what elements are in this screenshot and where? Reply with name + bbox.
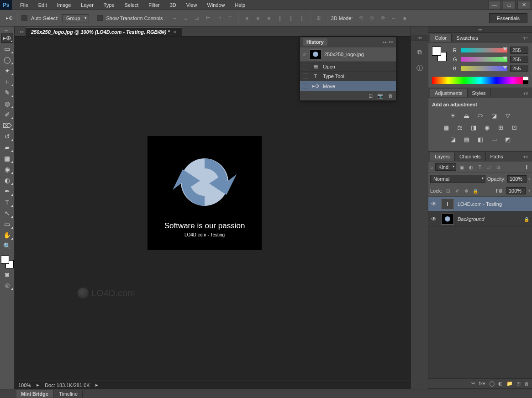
new-adjustment-icon[interactable]: ◐ [498,381,503,387]
color-balance-icon[interactable]: ⚖ [455,124,464,131]
path-selection-tool[interactable]: ↖ [1,208,13,218]
invert-icon[interactable]: ◪ [448,136,458,143]
filter-pixel-icon[interactable]: ▣ [458,163,465,171]
align-vcenter-icon[interactable]: ⫠ [182,14,191,22]
clone-stamp-tool[interactable]: ⌦ [1,120,13,131]
tab-styles[interactable]: Styles [468,89,491,97]
r-value-input[interactable] [510,47,528,54]
show-transform-checkbox[interactable] [97,15,103,21]
photo-filter-icon[interactable]: ◉ [483,124,492,131]
color-swatches[interactable] [432,47,447,61]
3d-slide-icon[interactable]: ↔ [389,14,398,22]
history-step[interactable]: ▤ Open [300,62,396,72]
gradient-tool[interactable]: ▦ [1,153,13,163]
hue-sat-icon[interactable]: ▦ [442,124,451,131]
align-hcenter-icon[interactable]: ⊣ [215,14,224,22]
dock-expand-handle[interactable]: ◂◂ [411,35,428,41]
panel-collapse-handle[interactable]: ▸▸ [428,26,532,33]
3d-zoom-icon[interactable]: ■ [400,14,409,22]
zoom-level[interactable]: 100% [18,382,31,388]
tab-mini-bridge[interactable]: Mini Bridge [16,390,53,398]
doc-info[interactable]: Doc: 183.1K/281.0K [45,382,90,388]
tab-paths[interactable]: Paths [486,152,508,161]
align-left-icon[interactable]: ⊢ [204,14,213,22]
hand-tool[interactable]: ✋ [1,230,13,240]
threshold-icon[interactable]: ◧ [476,136,485,143]
brightness-icon[interactable]: ☀ [448,112,458,119]
3d-pan-icon[interactable]: ✥ [378,14,387,22]
gradient-map-icon[interactable]: ▭ [490,136,499,143]
tab-adjustments[interactable]: Adjustments [430,89,468,97]
dist-top-icon[interactable]: ≡ [242,14,252,22]
color-spectrum[interactable] [432,77,528,84]
history-document-row[interactable]: ✐ 250x250_logo.jpg [300,47,396,62]
curves-icon[interactable]: ⬭ [476,112,485,119]
selective-color-icon[interactable]: ◩ [503,136,512,143]
tab-color[interactable]: Color [430,34,452,42]
lasso-tool[interactable]: ◯ [1,55,13,65]
pen-tool[interactable]: ✒ [1,186,13,196]
bw-icon[interactable]: ◨ [469,124,478,131]
dist-hcenter-icon[interactable]: ‖ [286,14,295,22]
tab-channels[interactable]: Channels [455,152,485,161]
foreground-background-colors[interactable] [1,256,14,268]
history-step[interactable]: ▸⊕ Move [300,81,396,91]
canvas[interactable]: Software is our passion LO4D.com - Testi… [147,136,262,250]
menu-image[interactable]: Image [53,1,76,9]
adjustments-panel-menu-icon[interactable]: ▾≡ [521,91,530,96]
filter-shape-icon[interactable]: ▱ [485,163,493,171]
close-tab-icon[interactable]: × [174,30,176,35]
lock-image-icon[interactable]: ✐ [454,188,460,194]
opacity-input[interactable]: 100% [507,175,527,183]
workspace-essentials-button[interactable]: Essentials [489,13,527,23]
g-value-input[interactable] [510,56,528,63]
blur-tool[interactable]: ◉ [1,164,13,174]
3d-orbit-icon[interactable]: ⟲ [356,14,365,22]
channel-mixer-icon[interactable]: ⊞ [496,124,506,131]
history-panel[interactable]: History ▸▸ ▾≡ ✐ 250x250_logo.jpg ▤ Open … [300,37,396,101]
eraser-tool[interactable]: ▰ [1,142,13,152]
layer-thumbnail[interactable] [441,214,454,225]
dist-vcenter-icon[interactable]: ≡ [253,14,263,22]
layers-panel-menu-icon[interactable]: ▾≡ [521,154,530,159]
new-group-icon[interactable]: 📁 [506,381,513,387]
layer-fx-icon[interactable]: fx▾ [479,381,485,387]
close-button[interactable]: ✕ [517,1,530,9]
new-layer-icon[interactable]: ⊡ [516,381,521,387]
auto-align-icon[interactable]: ⊞ [314,14,323,22]
history-step[interactable]: T Type Tool [300,72,396,81]
delete-layer-icon[interactable]: 🗑 [524,381,529,387]
tools-collapse-handle[interactable]: ▸▸ [5,28,8,32]
lock-all-icon[interactable]: 🔒 [472,188,479,194]
b-slider[interactable] [461,66,507,71]
doc-tab-handle[interactable]: ▸▸ [20,30,24,33]
type-tool[interactable]: T [1,197,13,207]
menu-file[interactable]: File [16,1,33,9]
levels-icon[interactable]: ⛰ [462,112,471,119]
visibility-icon[interactable]: 👁 [431,216,437,222]
menu-type[interactable]: Type [99,1,119,9]
menu-select[interactable]: Select [120,1,143,9]
menu-edit[interactable]: Edit [34,1,52,9]
auto-select-checkbox[interactable] [21,15,27,21]
color-lookup-icon[interactable]: ⊡ [510,124,519,131]
dock-icon-histogram[interactable]: ⧉ [414,47,425,58]
layer-thumbnail[interactable]: T [441,199,454,209]
foreground-color-swatch[interactable] [1,256,9,264]
color-panel-menu-icon[interactable]: ▾≡ [521,36,530,41]
filter-kind-dropdown[interactable]: Kind [435,163,456,171]
dist-right-icon[interactable]: ‖ [297,14,306,22]
r-slider[interactable] [461,48,507,52]
history-collapse-icon[interactable]: ▸▸ ▾≡ [383,40,393,44]
maximize-button[interactable]: □ [503,1,516,9]
menu-view[interactable]: View [182,1,202,9]
fill-input[interactable]: 100% [506,187,526,194]
lock-icon[interactable]: 🔒 [524,217,529,222]
lock-transparent-icon[interactable]: ⊡ [445,188,451,194]
status-icon[interactable]: ▸ [37,382,39,388]
menu-filter[interactable]: Filter [144,1,164,9]
vibrance-icon[interactable]: ▽ [503,112,512,119]
fg-swatch-small[interactable] [432,47,441,56]
new-snapshot-icon[interactable]: 📷 [377,93,384,99]
g-slider[interactable] [461,57,507,62]
